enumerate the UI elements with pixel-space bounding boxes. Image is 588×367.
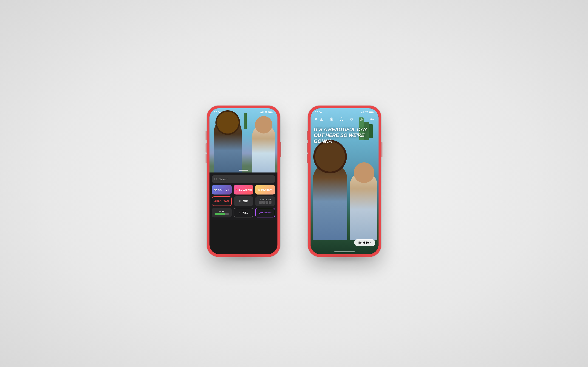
poll-icon: ≡ — [239, 211, 241, 214]
search-placeholder: Search — [219, 177, 228, 181]
phone-2: 12:34 — [308, 106, 381, 257]
caption-text: IT'S A BEAUTIFUL DAY OUT HERE SO WE'RE G… — [314, 127, 375, 144]
svg-point-19 — [340, 118, 343, 121]
music-button[interactable] — [358, 116, 365, 123]
effects-icon — [330, 117, 333, 121]
mention-sticker[interactable]: @ MENTION — [255, 185, 275, 194]
search-icon — [214, 177, 217, 181]
svg-rect-14 — [363, 111, 364, 113]
signal-icon — [260, 111, 264, 113]
svg-rect-17 — [373, 112, 374, 113]
svg-line-10 — [241, 202, 241, 202]
download-icon — [320, 117, 323, 121]
quiz-label: QUIZ — [219, 211, 224, 213]
svg-rect-3 — [263, 111, 264, 113]
mention-label: MENTION — [261, 189, 273, 191]
music-icon — [360, 117, 363, 121]
svg-rect-12 — [362, 112, 363, 113]
phone-1: 12:34 — [207, 106, 280, 257]
gif-label: GIF — [243, 200, 248, 203]
location-sticker[interactable]: 📍 LOCATION — [233, 185, 254, 194]
emoji-button[interactable] — [338, 116, 345, 123]
poll-sticker[interactable]: ≡ POLL — [233, 208, 254, 217]
status-bar-1: 12:34 — [209, 108, 277, 115]
caption-icon: 💬 — [214, 189, 217, 191]
status-time-2: 12:34 — [315, 111, 321, 114]
drag-handle[interactable] — [239, 170, 248, 171]
close-button[interactable]: ✕ — [314, 116, 318, 123]
svg-point-21 — [342, 119, 342, 119]
sticker-row-2: #HASHTAG GIF COUNTDOWN — [212, 196, 275, 206]
mention-icon: @ — [258, 189, 260, 191]
sticker-row-1: 💬 CAPTION 📍 LOCATION @ MENTION — [212, 185, 275, 194]
emoji-icon — [340, 117, 343, 121]
wifi-icon — [265, 111, 267, 113]
status-time-1: 12:34 — [214, 111, 221, 114]
battery-icon-2 — [369, 111, 374, 113]
svg-point-20 — [341, 119, 341, 119]
send-to-label: Send To — [358, 241, 369, 244]
sound-button[interactable] — [348, 116, 355, 123]
send-to-arrow: › — [370, 241, 371, 244]
caption-overlay: IT'S A BEAUTIFUL DAY OUT HERE SO WE'RE G… — [314, 127, 375, 144]
svg-point-15 — [366, 113, 367, 113]
status-bar-2: 12:34 — [311, 108, 379, 115]
photo-area — [209, 108, 277, 173]
download-button[interactable] — [318, 116, 325, 123]
svg-rect-2 — [262, 111, 263, 113]
location-label: LOCATION — [239, 189, 252, 191]
countdown-label: COUNTDOWN — [259, 199, 272, 200]
svg-rect-11 — [361, 112, 362, 113]
effects-button[interactable] — [328, 116, 335, 123]
questions-sticker[interactable]: QUESTIONS — [255, 208, 275, 217]
send-to-button[interactable]: Send To › — [354, 239, 375, 246]
search-bar[interactable]: Search — [212, 175, 275, 183]
signal-icon-2 — [361, 111, 364, 113]
poll-label: POLL — [242, 211, 248, 214]
text-button[interactable]: Aa — [368, 116, 375, 123]
svg-line-8 — [216, 180, 217, 181]
svg-rect-1 — [261, 112, 262, 113]
sticker-panel: Search 💬 CAPTION 📍 LOCATION @ MENTION — [209, 173, 277, 220]
status-icons-1 — [260, 111, 273, 113]
story-toolbar: ✕ — [311, 115, 379, 124]
countdown-sticker[interactable]: COUNTDOWN — [255, 196, 275, 206]
location-icon: 📍 — [235, 189, 238, 191]
status-icons-2 — [361, 111, 374, 113]
hashtag-sticker[interactable]: #HASHTAG — [212, 196, 232, 206]
svg-rect-0 — [260, 112, 261, 113]
sticker-row-3: QUIZ ≡ POLL QUESTIONS — [212, 208, 275, 217]
svg-rect-18 — [369, 112, 373, 113]
sound-icon — [350, 117, 354, 121]
wifi-icon-2 — [365, 111, 368, 113]
svg-rect-5 — [272, 112, 273, 113]
countdown-tiles — [259, 201, 271, 204]
svg-rect-6 — [269, 112, 272, 113]
questions-label: QUESTIONS — [259, 211, 272, 214]
svg-rect-13 — [363, 111, 363, 113]
home-indicator-2 — [334, 251, 355, 252]
battery-icon — [268, 111, 273, 113]
caption-label: CAPTION — [218, 189, 229, 191]
quiz-bar — [215, 213, 229, 215]
hashtag-label: #HASHTAG — [214, 200, 229, 202]
quiz-sticker[interactable]: QUIZ — [212, 208, 232, 217]
toolbar-right: Aa — [318, 116, 375, 123]
caption-sticker[interactable]: 💬 CAPTION — [212, 185, 232, 194]
svg-point-22 — [361, 120, 362, 121]
gif-sticker[interactable]: GIF — [233, 196, 254, 206]
story-content: ✕ — [311, 108, 379, 254]
gif-search-icon — [239, 200, 242, 202]
